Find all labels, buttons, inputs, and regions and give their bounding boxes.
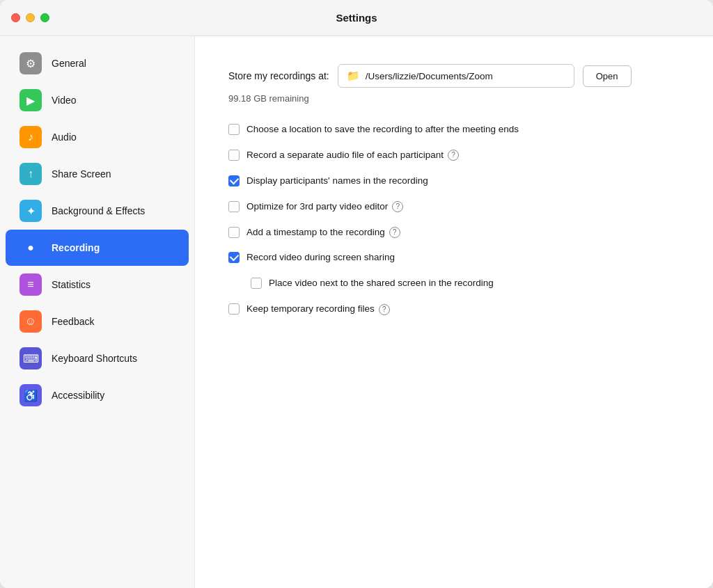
help-icon-optimize-3rdparty[interactable]: ? <box>392 201 403 212</box>
maximize-button[interactable] <box>40 13 49 22</box>
video-icon: ▶ <box>19 89 42 111</box>
feedback-icon: ☺ <box>19 310 42 333</box>
option-text-keep-temp-files: Keep temporary recording files? <box>246 303 390 316</box>
checkbox-record-video-screenshare[interactable] <box>228 252 240 263</box>
accessibility-icon: ♿ <box>19 384 42 406</box>
checkbox-keep-temp-files[interactable] <box>228 303 240 315</box>
sidebar-item-statistics[interactable]: ≡Statistics <box>6 267 189 303</box>
sidebar-label-video: Video <box>52 95 77 106</box>
option-row-keep-temp-files: Keep temporary recording files? <box>228 303 680 316</box>
open-button[interactable]: Open <box>583 65 632 87</box>
help-icon-add-timestamp[interactable]: ? <box>389 227 400 238</box>
close-button[interactable] <box>11 13 20 22</box>
keyboard-shortcuts-icon: ⌨ <box>19 347 42 370</box>
window-controls <box>11 13 49 22</box>
share-screen-icon: ↑ <box>19 163 42 185</box>
audio-icon: ♪ <box>19 126 42 148</box>
sidebar-item-audio[interactable]: ♪Audio <box>6 119 189 155</box>
recording-path-value: /Users/lizzie/Documents/Zoom <box>366 71 493 81</box>
option-row-choose-location: Choose a location to save the recording … <box>228 123 680 136</box>
window-title: Settings <box>336 12 377 24</box>
titlebar: Settings <box>0 0 713 36</box>
option-text-choose-location: Choose a location to save the recording … <box>246 123 519 136</box>
sidebar-item-keyboard-shortcuts[interactable]: ⌨Keyboard Shortcuts <box>6 340 189 376</box>
sidebar-label-keyboard-shortcuts: Keyboard Shortcuts <box>52 353 137 364</box>
checkbox-display-names[interactable] <box>228 175 240 186</box>
recording-icon: ● <box>19 237 42 259</box>
options-list: Choose a location to save the recording … <box>228 123 680 316</box>
content-area: ⚙General▶Video♪Audio↑Share Screen✦Backgr… <box>0 36 713 588</box>
option-row-optimize-3rdparty: Optimize for 3rd party video editor? <box>228 200 680 214</box>
help-icon-keep-temp-files[interactable]: ? <box>379 304 390 315</box>
option-text-optimize-3rdparty: Optimize for 3rd party video editor? <box>246 200 403 214</box>
checkbox-optimize-3rdparty[interactable] <box>228 201 240 212</box>
statistics-icon: ≡ <box>19 273 42 296</box>
sidebar-item-recording[interactable]: ●Recording <box>6 230 189 266</box>
option-text-display-names: Display participants' names in the recor… <box>246 175 428 188</box>
sidebar-item-video[interactable]: ▶Video <box>6 82 189 118</box>
sidebar-label-accessibility: Accessibility <box>52 390 104 401</box>
sidebar-label-background-effects: Background & Effects <box>52 205 145 216</box>
sidebar-label-share-screen: Share Screen <box>52 168 111 180</box>
general-icon: ⚙ <box>19 52 42 74</box>
sidebar-label-recording: Recording <box>52 242 100 253</box>
recording-path-input[interactable]: 📁 /Users/lizzie/Documents/Zoom <box>338 64 574 88</box>
checkbox-choose-location[interactable] <box>228 124 240 135</box>
option-row-add-timestamp: Add a timestamp to the recording? <box>228 226 680 239</box>
option-text-separate-audio: Record a separate audio file of each par… <box>246 149 459 162</box>
option-text-add-timestamp: Add a timestamp to the recording? <box>246 226 400 239</box>
sidebar: ⚙General▶Video♪Audio↑Share Screen✦Backgr… <box>0 36 195 588</box>
option-row-display-names: Display participants' names in the recor… <box>228 175 680 188</box>
sidebar-label-statistics: Statistics <box>52 279 91 290</box>
checkbox-add-timestamp[interactable] <box>228 227 240 238</box>
option-row-separate-audio: Record a separate audio file of each par… <box>228 149 680 162</box>
sidebar-item-share-screen[interactable]: ↑Share Screen <box>6 156 189 192</box>
sidebar-label-general: General <box>52 58 86 69</box>
option-text-place-video-next: Place video next to the shared screen in… <box>269 277 494 290</box>
settings-window: Settings ⚙General▶Video♪Audio↑Share Scre… <box>0 0 713 588</box>
checkbox-place-video-next[interactable] <box>251 278 262 289</box>
help-icon-separate-audio[interactable]: ? <box>448 150 459 161</box>
folder-icon: 📁 <box>347 70 360 82</box>
option-row-record-video-screenshare: Record video during screen sharing <box>228 251 680 264</box>
background-effects-icon: ✦ <box>19 200 42 222</box>
main-content: Store my recordings at: 📁 /Users/lizzie/… <box>195 36 713 588</box>
sidebar-item-feedback[interactable]: ☺Feedback <box>6 303 189 340</box>
option-row-place-video-next: Place video next to the shared screen in… <box>251 277 680 290</box>
storage-remaining: 99.18 GB remaining <box>228 93 680 104</box>
storage-label: Store my recordings at: <box>228 70 329 81</box>
sidebar-label-audio: Audio <box>52 132 77 143</box>
sidebar-label-feedback: Feedback <box>52 316 94 327</box>
sidebar-item-general[interactable]: ⚙General <box>6 45 189 81</box>
minimize-button[interactable] <box>26 13 35 22</box>
recording-path-row: Store my recordings at: 📁 /Users/lizzie/… <box>228 64 680 88</box>
checkbox-separate-audio[interactable] <box>228 150 240 161</box>
sidebar-item-background-effects[interactable]: ✦Background & Effects <box>6 193 189 229</box>
sidebar-item-accessibility[interactable]: ♿Accessibility <box>6 377 189 413</box>
option-text-record-video-screenshare: Record video during screen sharing <box>246 251 395 264</box>
